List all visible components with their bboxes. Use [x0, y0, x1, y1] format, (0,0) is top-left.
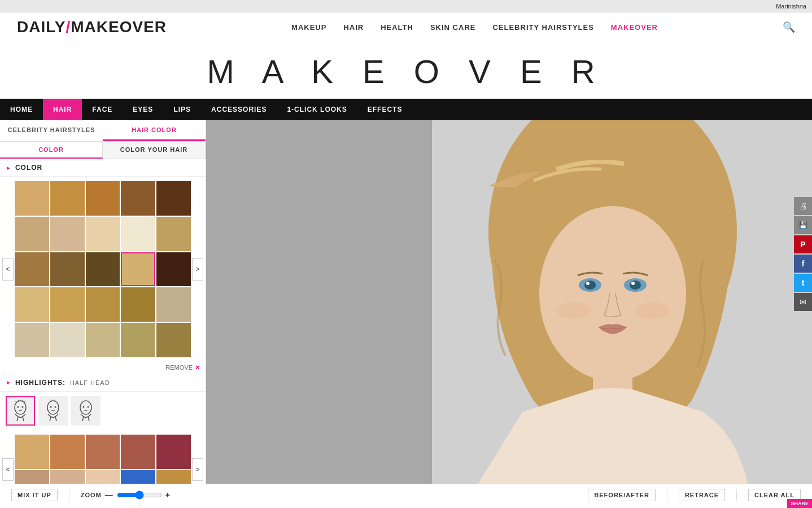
- right-panel: [206, 120, 812, 484]
- color-grid-nav-right[interactable]: >: [192, 258, 203, 281]
- color-swatch-3[interactable]: [86, 181, 120, 216]
- color-swatch-22[interactable]: [50, 323, 85, 357]
- nav-makeup[interactable]: MAKEUP: [291, 23, 326, 32]
- toolbar-divider-3: [736, 489, 737, 501]
- subnav-hair[interactable]: HAIR: [43, 99, 82, 120]
- color-swatch-12[interactable]: [50, 252, 85, 287]
- before-after-button[interactable]: BEFORE/AFTER: [588, 489, 656, 501]
- color-remove-icon[interactable]: ✕: [195, 364, 200, 371]
- highlight-swatch-5[interactable]: [156, 435, 191, 469]
- highlight-swatch-2[interactable]: [50, 435, 85, 469]
- nav-makeover[interactable]: MAKEOVER: [611, 23, 658, 32]
- highlight-swatch-1[interactable]: [15, 435, 49, 469]
- color-swatch-23[interactable]: [86, 323, 120, 357]
- highlight-swatch-10[interactable]: [156, 470, 191, 484]
- color-swatch-14-selected[interactable]: [121, 252, 155, 287]
- color-swatch-4[interactable]: [121, 181, 155, 216]
- color-swatch-2[interactable]: [50, 181, 85, 216]
- color-remove-bar[interactable]: REMOVE ✕: [0, 362, 206, 374]
- toolbar-divider-2: [667, 489, 667, 501]
- irecommend-badge[interactable]: SHARE: [787, 499, 812, 505]
- subnav-eyes[interactable]: EYES: [123, 99, 163, 120]
- color-swatch-13[interactable]: [86, 252, 120, 287]
- tab-celebrity-hairstyles[interactable]: CELEBRITY HAIRSTYLES: [0, 120, 103, 141]
- svg-line-15: [55, 417, 56, 421]
- color-swatch-25[interactable]: [156, 323, 191, 357]
- subnav-accessories[interactable]: ACCESSORIES: [201, 99, 277, 120]
- zoom-plus-icon[interactable]: +: [165, 491, 171, 500]
- color-swatch-24[interactable]: [121, 323, 155, 357]
- nav-health[interactable]: HEALTH: [381, 23, 413, 32]
- svg-point-21: [83, 406, 85, 408]
- nav-skincare[interactable]: SKIN CARE: [430, 23, 476, 32]
- save-icon[interactable]: 💾: [794, 216, 812, 234]
- svg-point-18: [80, 401, 91, 414]
- color-swatch-6[interactable]: [15, 217, 49, 251]
- highlight-icon-slices[interactable]: [71, 396, 101, 426]
- zoom-label: ZOOM: [81, 492, 102, 498]
- subnav-lips[interactable]: LIPS: [163, 99, 201, 120]
- svg-point-10: [47, 401, 59, 414]
- nav-hair[interactable]: HAIR: [343, 23, 364, 32]
- color-swatch-5[interactable]: [156, 181, 191, 216]
- zoom-slider[interactable]: [117, 491, 162, 500]
- color-swatch-16[interactable]: [15, 287, 49, 322]
- zoom-minus-icon[interactable]: —: [105, 491, 113, 500]
- search-icon[interactable]: 🔍: [783, 21, 795, 33]
- color-swatch-1[interactable]: [15, 181, 49, 216]
- svg-point-34: [556, 302, 590, 319]
- highlight-icons: [0, 392, 206, 430]
- highlight-swatch-4[interactable]: [121, 435, 155, 469]
- color-swatch-9[interactable]: [121, 217, 155, 251]
- subtab-color-your-hair[interactable]: COLOR YOUR HAIR: [103, 142, 206, 159]
- color-swatch-21[interactable]: [15, 323, 49, 357]
- tab-hair-color[interactable]: HAIR COLOR: [103, 120, 206, 141]
- main-layout: CELEBRITY HAIRSTYLES HAIR COLOR COLOR CO…: [0, 120, 812, 484]
- color-arrow-icon: ►: [6, 165, 12, 171]
- color-grid-nav-left[interactable]: <: [2, 258, 14, 281]
- highlight-swatch-7[interactable]: [50, 470, 85, 484]
- subnav-effects[interactable]: EFFECTS: [357, 99, 413, 120]
- highlight-grid-nav-left[interactable]: <: [2, 458, 14, 481]
- highlight-swatch-9[interactable]: [121, 470, 155, 484]
- color-swatch-10[interactable]: [156, 217, 191, 251]
- color-section-header[interactable]: ► COLOR: [0, 159, 206, 177]
- twitter-icon[interactable]: t: [794, 274, 812, 292]
- highlights-subtitle: Half Head: [70, 379, 110, 386]
- color-swatch-20[interactable]: [156, 287, 191, 322]
- svg-point-26: [539, 206, 686, 381]
- color-swatch-17[interactable]: [50, 287, 85, 322]
- facebook-icon[interactable]: f: [794, 255, 812, 273]
- pinterest-icon[interactable]: P: [794, 235, 812, 253]
- color-swatch-7[interactable]: [50, 217, 85, 251]
- retrace-button[interactable]: RETRACE: [679, 489, 725, 501]
- subnav-home[interactable]: HOME: [0, 99, 43, 120]
- color-swatch-11[interactable]: [15, 252, 49, 287]
- color-grid: [15, 181, 191, 357]
- nav-celebrity[interactable]: CELEBRITY HAIRSTYLES: [492, 23, 593, 32]
- mail-icon[interactable]: ✉: [794, 293, 812, 311]
- color-remove-label: REMOVE: [165, 364, 193, 371]
- color-grid-container: <: [0, 177, 206, 362]
- subnav-face[interactable]: FACE: [82, 99, 123, 120]
- highlight-swatch-6[interactable]: [15, 470, 49, 484]
- highlight-grid-nav-right[interactable]: >: [192, 458, 203, 481]
- color-swatch-8[interactable]: [86, 217, 120, 251]
- print-icon[interactable]: 🖨: [794, 197, 812, 215]
- color-swatch-15[interactable]: [156, 252, 191, 287]
- subnav-1click[interactable]: 1-CLICK LOOKS: [277, 99, 357, 120]
- irecommend-label: SHARE: [791, 501, 809, 505]
- highlights-section-header[interactable]: ► HIGHLIGHTS: Half Head: [0, 374, 206, 392]
- highlight-swatch-3[interactable]: [86, 435, 120, 469]
- left-panel: CELEBRITY HAIRSTYLES HAIR COLOR COLOR CO…: [0, 120, 206, 484]
- mix-it-up-button[interactable]: MIX IT UP: [11, 489, 58, 501]
- subtab-color[interactable]: COLOR: [0, 142, 103, 159]
- page-title: M A K E O V E R: [0, 42, 812, 99]
- color-swatch-18[interactable]: [86, 287, 120, 322]
- site-logo[interactable]: DAILY/MAKEOVER: [17, 18, 167, 36]
- highlight-swatch-8[interactable]: [86, 470, 120, 484]
- svg-line-20: [88, 417, 89, 421]
- highlight-icon-halfhead[interactable]: [38, 396, 68, 426]
- color-swatch-19[interactable]: [121, 287, 155, 322]
- highlight-icon-fullhead[interactable]: [6, 396, 35, 426]
